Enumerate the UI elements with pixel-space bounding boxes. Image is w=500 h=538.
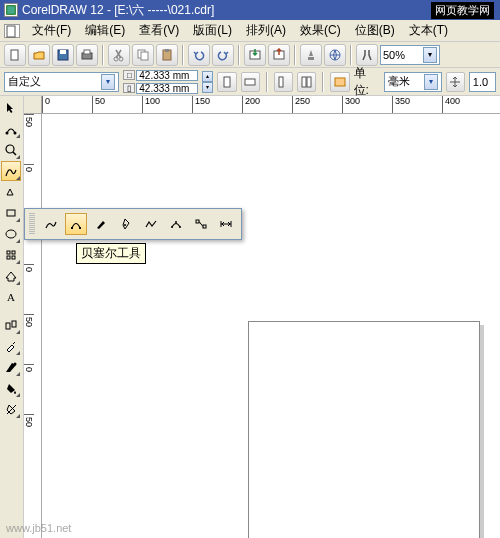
canvas-area[interactable]: 0 50 100 150 200 250 300 350 400 50 0 50… <box>24 96 500 538</box>
app-launcher-button[interactable] <box>300 44 322 66</box>
menu-view[interactable]: 查看(V) <box>133 20 185 41</box>
svg-point-42 <box>175 221 177 223</box>
eyedropper-tool[interactable] <box>1 336 21 356</box>
flyout-handle[interactable] <box>29 213 35 235</box>
paper-size-combo[interactable]: 自定义 ▾ <box>4 72 119 92</box>
chevron-down-icon[interactable]: ▾ <box>424 74 438 90</box>
freehand-tool[interactable] <box>40 213 62 235</box>
pick-tool[interactable] <box>1 98 21 118</box>
svg-rect-12 <box>165 49 169 52</box>
svg-rect-30 <box>12 251 15 254</box>
connector-tool[interactable] <box>190 213 212 235</box>
menu-layout[interactable]: 版面(L) <box>187 20 238 41</box>
fill-tool[interactable] <box>1 378 21 398</box>
portrait-button[interactable] <box>217 72 236 92</box>
svg-point-43 <box>179 226 181 228</box>
spin-up-icon[interactable]: ▴ <box>202 71 213 82</box>
ruler-corner[interactable] <box>24 96 42 114</box>
ellipse-tool[interactable] <box>1 224 21 244</box>
zoom-tool[interactable] <box>1 140 21 160</box>
separator <box>322 72 324 92</box>
basic-shapes-tool[interactable] <box>1 266 21 286</box>
separator <box>102 45 104 65</box>
svg-rect-20 <box>302 77 306 87</box>
svg-rect-2 <box>11 50 18 60</box>
interactive-fill-tool[interactable] <box>1 399 21 419</box>
paper-size-value: 自定义 <box>8 74 41 89</box>
outline-tool[interactable] <box>1 357 21 377</box>
ruler-tick: 150 <box>192 96 242 113</box>
cut-button[interactable] <box>108 44 130 66</box>
curve-tool[interactable] <box>1 161 21 181</box>
curve-flyout <box>24 208 242 240</box>
menu-bitmap[interactable]: 位图(B) <box>349 20 401 41</box>
svg-rect-6 <box>84 50 90 54</box>
toolbox: A <box>0 96 24 538</box>
pages-button-3[interactable] <box>330 72 349 92</box>
save-button[interactable] <box>52 44 74 66</box>
dimension-tool[interactable] <box>215 213 237 235</box>
menu-edit[interactable]: 编辑(E) <box>79 20 131 41</box>
svg-point-36 <box>14 363 17 366</box>
export-button[interactable] <box>268 44 290 66</box>
page-height-input[interactable]: 42.333 mm <box>136 83 198 94</box>
svg-rect-22 <box>335 78 345 86</box>
artistic-media-tool[interactable] <box>90 213 112 235</box>
menu-text[interactable]: 文本(T) <box>403 20 454 41</box>
window-title: CorelDRAW 12 - [E:\六 -----\021.cdr] <box>22 2 496 19</box>
landscape-button[interactable] <box>241 72 260 92</box>
svg-point-28 <box>6 230 16 238</box>
polygon-tool[interactable] <box>1 245 21 265</box>
polyline-tool[interactable] <box>140 213 162 235</box>
ruler-tick: 200 <box>242 96 292 113</box>
smart-draw-tool[interactable] <box>1 182 21 202</box>
page-boundary <box>248 321 480 538</box>
rectangle-tool[interactable] <box>1 203 21 223</box>
paste-button[interactable] <box>156 44 178 66</box>
pages-button-2[interactable] <box>297 72 316 92</box>
pages-button-1[interactable] <box>274 72 293 92</box>
svg-point-23 <box>6 132 9 135</box>
chevron-down-icon[interactable]: ▾ <box>423 47 437 63</box>
import-button[interactable] <box>244 44 266 66</box>
nudge-input[interactable]: 1.0 <box>469 72 496 92</box>
pen-tool[interactable] <box>115 213 137 235</box>
redo-button[interactable] <box>212 44 234 66</box>
width-icon: □ <box>123 70 135 80</box>
text-tool[interactable]: A <box>1 287 21 307</box>
zoom-combo[interactable]: 50% ▾ <box>380 45 440 65</box>
menu-bar: 文件(F) 编辑(E) 查看(V) 版面(L) 排列(A) 效果(C) 位图(B… <box>0 20 500 42</box>
svg-rect-1 <box>7 26 15 37</box>
options-button[interactable] <box>356 44 378 66</box>
page-width-input[interactable]: 42.333 mm <box>136 70 198 81</box>
bezier-tool[interactable] <box>65 213 87 235</box>
undo-button[interactable] <box>188 44 210 66</box>
units-combo[interactable]: 毫米 ▾ <box>384 72 442 92</box>
new-button[interactable] <box>4 44 26 66</box>
blend-tool[interactable] <box>1 315 21 335</box>
open-button[interactable] <box>28 44 50 66</box>
three-point-curve-tool[interactable] <box>165 213 187 235</box>
svg-text:A: A <box>7 291 15 303</box>
separator <box>350 45 352 65</box>
svg-rect-4 <box>60 50 66 54</box>
menu-effects[interactable]: 效果(C) <box>294 20 347 41</box>
ruler-horizontal[interactable]: 0 50 100 150 200 250 300 350 400 <box>42 96 500 114</box>
ruler-tick: 0 <box>24 364 34 414</box>
ruler-tick: 50 <box>24 314 34 364</box>
svg-rect-0 <box>7 6 16 15</box>
spin-down-icon[interactable]: ▾ <box>202 82 213 93</box>
menu-arrange[interactable]: 排列(A) <box>240 20 292 41</box>
separator <box>294 45 296 65</box>
ruler-vertical[interactable]: 50 0 50 0 50 0 50 <box>24 114 42 538</box>
doc-icon[interactable] <box>4 24 20 38</box>
menu-file[interactable]: 文件(F) <box>26 20 77 41</box>
copy-button[interactable] <box>132 44 154 66</box>
dim-spinner[interactable]: ▴ ▾ <box>202 71 213 93</box>
ruler-tick: 50 <box>24 114 34 164</box>
chevron-down-icon[interactable]: ▾ <box>101 74 115 90</box>
print-button[interactable] <box>76 44 98 66</box>
shape-tool[interactable] <box>1 119 21 139</box>
corel-online-button[interactable] <box>324 44 346 66</box>
watermark-top: 网页教学网 <box>431 2 494 19</box>
